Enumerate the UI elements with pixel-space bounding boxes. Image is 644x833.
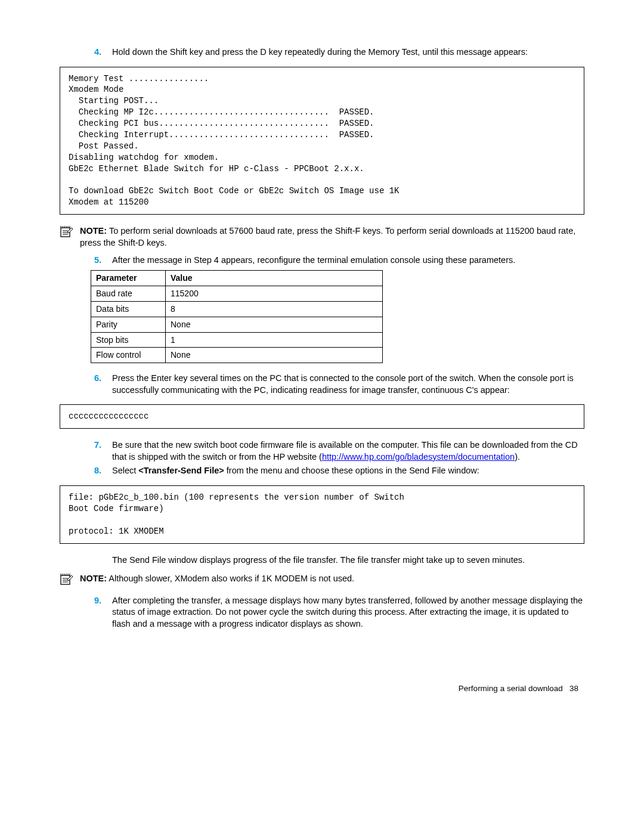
step-4: 4. Hold down the Shift key and press the… bbox=[91, 47, 584, 58]
step-number: 9. bbox=[91, 595, 112, 630]
note-label: NOTE: bbox=[80, 574, 107, 583]
note-text: To perform serial downloads at 57600 bau… bbox=[80, 226, 575, 247]
step-text: After completing the transfer, a message… bbox=[112, 595, 584, 630]
parameters-table: Parameter Value Baud rate115200 Data bit… bbox=[91, 270, 383, 363]
table-row: Stop bits1 bbox=[91, 332, 383, 348]
header-value: Value bbox=[166, 270, 383, 286]
step-8-follow: The Send File window displays progress o… bbox=[91, 555, 584, 566]
step-number: 7. bbox=[91, 439, 112, 463]
step-number: 5. bbox=[91, 255, 112, 267]
note-xmodem: NOTE: Although slower, XModem also works… bbox=[60, 573, 584, 589]
step-number: 6. bbox=[91, 373, 112, 396]
code-block-file-protocol: file: pGbE2c_b_100.bin (100 represents t… bbox=[60, 485, 584, 544]
footer-section: Performing a serial download bbox=[459, 684, 563, 693]
step-follow-text: The Send File window displays progress o… bbox=[112, 555, 584, 566]
note-icon bbox=[60, 573, 80, 589]
table-row: ParityNone bbox=[91, 317, 383, 332]
step-text: Be sure that the new switch boot code fi… bbox=[112, 439, 584, 463]
table-row: Data bits8 bbox=[91, 301, 383, 317]
step-7: 7. Be sure that the new switch boot code… bbox=[91, 439, 584, 463]
footer-page-number: 38 bbox=[569, 684, 578, 693]
transfer-send-file-bold: <Transfer-Send File> bbox=[138, 466, 224, 475]
note-icon bbox=[60, 225, 80, 241]
step-text: Select <Transfer-Send File> from the men… bbox=[112, 465, 584, 477]
step-9: 9. After completing the transfer, a mess… bbox=[91, 595, 584, 630]
step-8: 8. Select <Transfer-Send File> from the … bbox=[91, 465, 584, 477]
code-block-cs: cccccccccccccccc bbox=[60, 404, 584, 429]
table-row: Flow controlNone bbox=[91, 348, 383, 363]
hp-documentation-link[interactable]: http://www.hp.com/go/bladesystem/documen… bbox=[322, 452, 515, 462]
note-text: Although slower, XModem also works if 1K… bbox=[107, 574, 354, 583]
page-footer: Performing a serial download 38 bbox=[60, 683, 584, 694]
step-text: Hold down the Shift key and press the D … bbox=[112, 47, 584, 58]
step-6: 6. Press the Enter key several times on … bbox=[91, 373, 584, 396]
header-parameter: Parameter bbox=[91, 270, 166, 286]
step-number: 4. bbox=[91, 47, 112, 58]
note-label: NOTE: bbox=[80, 226, 107, 236]
step-text: Press the Enter key several times on the… bbox=[112, 373, 584, 396]
table-row: Baud rate115200 bbox=[91, 286, 383, 301]
table-header-row: Parameter Value bbox=[91, 270, 383, 286]
code-block-memory-test: Memory Test ................ Xmodem Mode… bbox=[60, 67, 584, 215]
step-5: 5. After the message in Step 4 appears, … bbox=[91, 255, 584, 267]
step-text: After the message in Step 4 appears, rec… bbox=[112, 255, 584, 267]
step-number: 8. bbox=[91, 465, 112, 477]
note-baud-rates: NOTE: To perform serial downloads at 576… bbox=[60, 225, 584, 249]
